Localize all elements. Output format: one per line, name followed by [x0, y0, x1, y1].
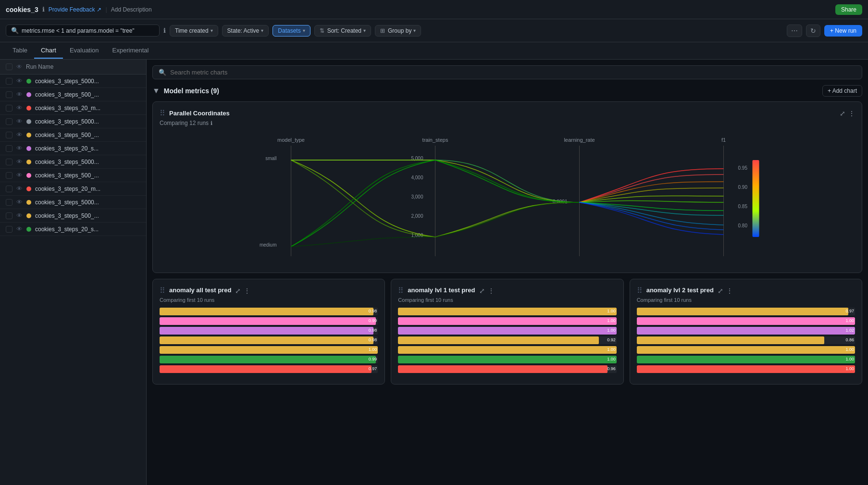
- run-name: cookies_3_steps_20_s...: [35, 226, 140, 233]
- run-checkbox[interactable]: [6, 91, 12, 98]
- run-checkbox[interactable]: [6, 226, 12, 233]
- run-checkbox[interactable]: [6, 159, 12, 165]
- run-row[interactable]: 👁 cookies_3_steps_20_s...: [0, 223, 146, 236]
- refresh-btn[interactable]: ↻: [806, 25, 820, 37]
- svg-text:f1: f1: [721, 137, 726, 143]
- eye-icon[interactable]: 👁: [16, 118, 23, 125]
- info-icon: ℹ: [42, 6, 45, 13]
- run-row[interactable]: 👁 cookies_3_steps_5000...: [0, 75, 146, 88]
- parallel-chart-svg-area: model_type train_steps learning_rate f1 …: [160, 131, 855, 266]
- run-row[interactable]: 👁 cookies_3_steps_500_...: [0, 209, 146, 223]
- chart-2-menu-btn[interactable]: ⋮: [488, 287, 495, 295]
- drag-handle-icon[interactable]: ⠿: [398, 286, 404, 295]
- sort-filter[interactable]: ⇅ Sort: Created ▾: [314, 25, 371, 37]
- run-row[interactable]: 👁 cookies_3_steps_5000...: [0, 155, 146, 169]
- run-color-dot: [26, 173, 31, 178]
- svg-text:2,000: 2,000: [411, 213, 423, 219]
- run-checkbox[interactable]: [6, 132, 12, 138]
- expand-chart-btn[interactable]: ⤢: [840, 110, 845, 117]
- run-row[interactable]: 👁 cookies_3_steps_20_m...: [0, 101, 146, 115]
- chart-1-menu-btn[interactable]: ⋮: [244, 287, 250, 295]
- datasets-filter[interactable]: Datasets ▾: [273, 25, 310, 37]
- select-all-checkbox[interactable]: [6, 63, 12, 70]
- tab-evaluation[interactable]: Evaluation: [63, 43, 106, 59]
- eye-icon[interactable]: 👁: [16, 158, 23, 165]
- run-checkbox[interactable]: [6, 105, 12, 112]
- run-name: cookies_3_steps_5000...: [35, 78, 140, 85]
- svg-text:small: small: [265, 156, 276, 161]
- tab-experimental[interactable]: Experimental: [106, 43, 156, 59]
- eye-icon[interactable]: 👁: [16, 212, 23, 219]
- filter-search-input[interactable]: [22, 27, 154, 34]
- expand-chart-1-btn[interactable]: ⤢: [235, 287, 241, 295]
- eye-icon[interactable]: 👁: [16, 104, 23, 112]
- run-row[interactable]: 👁 cookies_3_steps_500_...: [0, 169, 146, 182]
- metric-search-box[interactable]: 🔍: [152, 65, 862, 79]
- metric-search-input[interactable]: [170, 69, 856, 76]
- svg-text:medium: medium: [260, 242, 277, 248]
- svg-text:0.95: 0.95: [738, 165, 748, 171]
- share-button[interactable]: Share: [835, 4, 862, 15]
- run-row[interactable]: 👁 cookies_3_steps_5000...: [0, 115, 146, 128]
- more-options-btn[interactable]: ⋯: [787, 25, 802, 37]
- run-color-dot: [26, 213, 31, 218]
- sidebar-header: 👁 Run Name: [0, 60, 146, 75]
- run-checkbox[interactable]: [6, 118, 12, 125]
- eye-icon[interactable]: 👁: [16, 225, 23, 233]
- chart-title-3: anomaly lvl 2 test pred: [646, 286, 714, 294]
- feedback-link[interactable]: Provide Feedback ↗: [49, 6, 102, 13]
- drag-handle-icon[interactable]: ⠿: [160, 109, 165, 118]
- chevron-down-icon: ▾: [211, 28, 213, 33]
- run-row[interactable]: 👁 cookies_3_steps_5000...: [0, 196, 146, 209]
- run-name: cookies_3_steps_500_...: [35, 212, 140, 219]
- chevron-down-icon: ▾: [261, 28, 263, 33]
- drag-handle-icon[interactable]: ⠿: [160, 286, 165, 295]
- run-color-dot: [26, 187, 31, 191]
- time-created-filter[interactable]: Time created ▾: [170, 25, 218, 37]
- run-row[interactable]: 👁 cookies_3_steps_20_s...: [0, 142, 146, 155]
- run-color-dot: [26, 119, 31, 124]
- run-checkbox[interactable]: [6, 212, 12, 219]
- run-row[interactable]: 👁 cookies_3_steps_20_m...: [0, 182, 146, 196]
- run-checkbox[interactable]: [6, 145, 12, 152]
- tab-table[interactable]: Table: [6, 43, 34, 59]
- group-by-filter[interactable]: ⊞ Group by ▾: [375, 25, 421, 37]
- section-collapse-icon[interactable]: ▼: [152, 87, 160, 95]
- drag-handle-icon[interactable]: ⠿: [637, 286, 643, 295]
- eye-icon[interactable]: 👁: [16, 199, 23, 206]
- run-name: cookies_3_steps_5000...: [35, 118, 140, 125]
- expand-chart-2-btn[interactable]: ⤢: [479, 287, 485, 295]
- eye-icon[interactable]: 👁: [16, 77, 23, 85]
- filter-search-box[interactable]: 🔍: [6, 25, 160, 37]
- tab-chart[interactable]: Chart: [34, 43, 63, 59]
- eye-icon[interactable]: 👁: [16, 91, 23, 98]
- run-color-dot: [26, 92, 31, 97]
- eye-icon[interactable]: 👁: [16, 185, 23, 192]
- small-chart-anomaly-all: ⠿ anomaly all test pred ⤢ ⋮ Comparing fi…: [152, 279, 385, 385]
- run-checkbox[interactable]: [6, 186, 12, 192]
- chart-menu-btn[interactable]: ⋮: [848, 110, 855, 117]
- eye-icon[interactable]: 👁: [16, 131, 23, 138]
- parallel-coordinates-panel: ⠿ Parallel Coordinates ⤢ ⋮ Comparing 12 …: [152, 101, 862, 273]
- add-chart-button[interactable]: + Add chart: [822, 85, 862, 97]
- eye-icon[interactable]: 👁: [16, 172, 23, 179]
- run-row[interactable]: 👁 cookies_3_steps_500_...: [0, 88, 146, 101]
- add-description-btn[interactable]: Add Description: [111, 6, 152, 13]
- run-checkbox[interactable]: [6, 172, 12, 179]
- svg-text:0.90: 0.90: [738, 185, 748, 190]
- run-name: cookies_3_steps_500_...: [35, 172, 140, 179]
- run-row[interactable]: 👁 cookies_3_steps_500_...: [0, 128, 146, 142]
- eye-icon[interactable]: 👁: [16, 145, 23, 152]
- expand-chart-3-btn[interactable]: ⤢: [718, 287, 723, 295]
- run-checkbox[interactable]: [6, 199, 12, 206]
- new-run-button[interactable]: + New run: [824, 25, 862, 37]
- run-list: 👁 cookies_3_steps_5000... 👁 cookies_3_st…: [0, 75, 146, 236]
- chart-title-1: anomaly all test pred: [169, 286, 231, 294]
- state-filter[interactable]: State: Active ▾: [222, 25, 269, 37]
- chart-3-menu-btn[interactable]: ⋮: [726, 287, 733, 295]
- chart-3-subtitle: Comparing first 10 runs: [637, 297, 855, 303]
- sidebar: 👁 Run Name 👁 cookies_3_steps_5000... 👁 c…: [0, 60, 147, 485]
- svg-text:4,000: 4,000: [411, 175, 423, 180]
- small-chart-anomaly-lvl1: ⠿ anomaly lvl 1 test pred ⤢ ⋮ Comparing …: [391, 279, 623, 385]
- run-checkbox[interactable]: [6, 78, 12, 85]
